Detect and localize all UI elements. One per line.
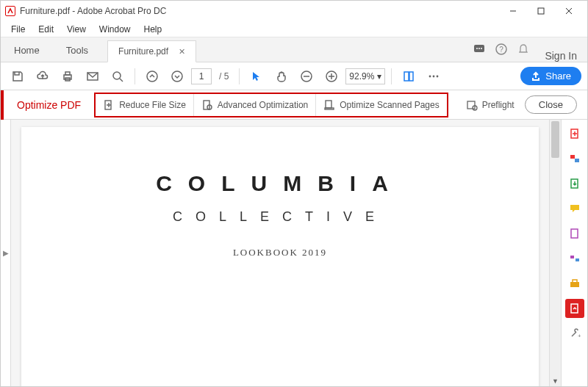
main-toolbar: / 5 92.9%▾ Share [1, 62, 587, 90]
sign-in-button[interactable]: Sign In [534, 50, 587, 62]
optimize-group: Reduce File Size Advanced Optimization O… [94, 93, 448, 117]
svg-point-26 [433, 75, 435, 77]
tab-close-icon[interactable]: ✕ [179, 47, 185, 57]
menu-window[interactable]: Window [93, 23, 137, 36]
pdf-page: COLUMBIA COLLECTIVE LOOKBOOK 2019 INSPIR… [21, 127, 539, 386]
vertical-scrollbar[interactable]: ▲ ▼ [549, 120, 561, 386]
protect-icon[interactable] [565, 274, 584, 293]
right-tool-rail: + [561, 120, 587, 386]
optimize-pdf-icon[interactable] [565, 299, 584, 318]
svg-rect-40 [570, 256, 574, 258]
combine-icon[interactable] [565, 149, 584, 168]
close-window-button[interactable] [555, 1, 583, 21]
doc-title: COLUMBIA [51, 171, 509, 196]
mail-icon[interactable] [82, 65, 104, 87]
document-canvas[interactable]: COLUMBIA COLLECTIVE LOOKBOOK 2019 INSPIR… [11, 120, 549, 386]
menu-help[interactable]: Help [138, 23, 168, 36]
maximize-button[interactable] [527, 1, 555, 21]
minimize-button[interactable] [499, 1, 527, 21]
chat-icon[interactable] [468, 37, 490, 62]
export-pdf-icon[interactable] [565, 174, 584, 193]
optimize-label: Optimize PDF [4, 99, 94, 111]
help-icon[interactable]: ? [490, 37, 512, 62]
organize-icon[interactable] [565, 224, 584, 243]
page-up-icon[interactable] [141, 65, 163, 87]
svg-point-25 [429, 75, 431, 77]
acrobat-icon [5, 6, 15, 16]
search-icon[interactable] [107, 65, 129, 87]
preflight-button[interactable]: Preflight [457, 99, 523, 111]
tab-document[interactable]: Furniture.pdf ✕ [107, 40, 196, 62]
bell-icon[interactable] [512, 37, 534, 62]
doc-subtitle: COLLECTIVE [51, 209, 509, 225]
comment-icon[interactable] [565, 199, 584, 218]
svg-rect-24 [409, 72, 413, 81]
svg-line-15 [120, 79, 123, 82]
svg-rect-41 [576, 258, 579, 261]
svg-rect-11 [65, 72, 70, 75]
svg-point-6 [478, 48, 480, 49]
optimize-scanned-button[interactable]: Optimize Scanned Pages [315, 94, 446, 116]
svg-rect-1 [538, 8, 544, 14]
tab-row: Home Tools Furniture.pdf ✕ ? Sign In [1, 37, 587, 62]
doc-lookbook: LOOKBOOK 2019 [51, 247, 509, 258]
svg-rect-39 [571, 229, 578, 238]
zoom-in-icon[interactable] [320, 65, 343, 87]
scroll-down-icon[interactable]: ▼ [550, 376, 561, 386]
svg-point-16 [147, 71, 157, 82]
save-icon[interactable] [7, 65, 29, 87]
left-gutter-toggle[interactable]: ▶ [1, 120, 11, 386]
page-number-input[interactable] [191, 68, 212, 84]
menu-view[interactable]: View [61, 23, 92, 36]
cloud-icon[interactable] [32, 65, 54, 87]
svg-point-17 [172, 71, 182, 82]
create-pdf-icon[interactable] [565, 124, 584, 143]
svg-rect-33 [467, 101, 475, 109]
svg-text:?: ? [500, 46, 504, 54]
advanced-optimization-button[interactable]: Advanced Optimization [193, 94, 315, 116]
tab-tools[interactable]: Tools [53, 39, 101, 62]
menu-edit[interactable]: Edit [32, 23, 60, 36]
redact-icon[interactable] [565, 249, 584, 268]
tab-home[interactable]: Home [1, 39, 53, 62]
page-down-icon[interactable] [166, 65, 188, 87]
zoom-out-icon[interactable] [295, 65, 318, 87]
hand-icon[interactable] [270, 65, 293, 87]
fit-width-icon[interactable] [398, 65, 420, 87]
svg-rect-32 [325, 108, 334, 109]
share-button[interactable]: Share [520, 67, 581, 85]
svg-rect-31 [326, 101, 331, 108]
svg-rect-36 [570, 155, 575, 159]
scroll-thumb[interactable] [551, 121, 559, 158]
svg-rect-23 [404, 72, 409, 81]
svg-text:+: + [578, 333, 581, 339]
svg-point-27 [437, 75, 439, 77]
svg-point-5 [476, 48, 478, 49]
svg-rect-37 [575, 159, 579, 162]
print-icon[interactable] [57, 65, 79, 87]
svg-rect-43 [573, 280, 577, 283]
chevron-down-icon: ▾ [377, 71, 381, 82]
optimize-bar: Optimize PDF Reduce File Size Advanced O… [1, 90, 587, 120]
zoom-select[interactable]: 92.9%▾ [345, 68, 385, 84]
menu-bar: File Edit View Window Help [1, 21, 587, 37]
more-tools-icon[interactable]: + [565, 324, 584, 343]
close-panel-button[interactable]: Close [525, 95, 577, 114]
pointer-icon[interactable] [245, 65, 268, 87]
work-area: ▶ COLUMBIA COLLECTIVE LOOKBOOK 2019 INSP… [1, 120, 587, 386]
title-bar: Furniture.pdf - Adobe Acrobat Pro DC [1, 1, 587, 21]
svg-point-7 [481, 48, 482, 49]
window-title: Furniture.pdf - Adobe Acrobat Pro DC [20, 6, 166, 16]
more-icon[interactable] [423, 65, 445, 87]
page-total: / 5 [219, 71, 229, 82]
tab-document-label: Furniture.pdf [118, 46, 168, 57]
menu-file[interactable]: File [5, 23, 31, 36]
reduce-file-size-button[interactable]: Reduce File Size [96, 94, 193, 116]
svg-point-14 [113, 72, 121, 79]
